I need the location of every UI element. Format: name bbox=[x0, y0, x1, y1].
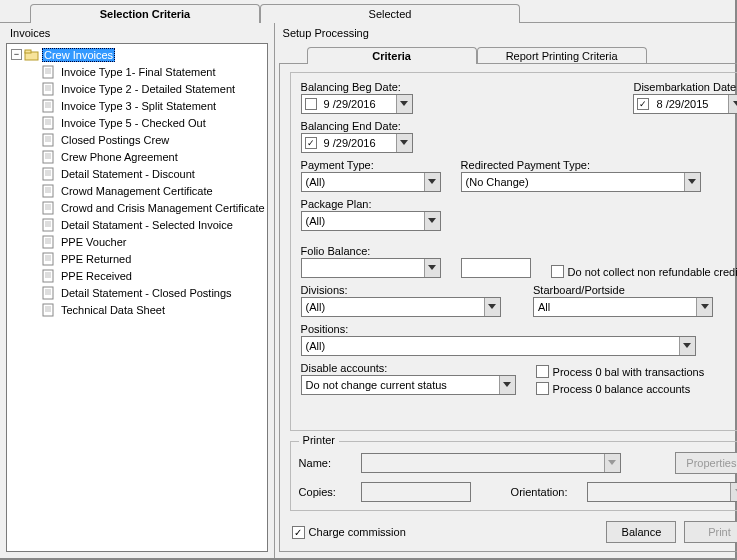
printer-name-select[interactable] bbox=[361, 453, 621, 473]
tree-node-label: Invoice Type 5 - Checked Out bbox=[59, 116, 208, 130]
tree-node[interactable]: Crew Phone Agreement bbox=[41, 148, 267, 165]
document-icon bbox=[41, 184, 57, 198]
svg-marker-63 bbox=[733, 101, 737, 106]
tab-report-printing-criteria[interactable]: Report Printing Criteria bbox=[477, 47, 647, 64]
checkbox-box: ✓ bbox=[292, 526, 305, 539]
date-checkbox[interactable] bbox=[305, 98, 317, 110]
svg-marker-69 bbox=[488, 304, 496, 309]
tree-node[interactable]: PPE Received bbox=[41, 267, 267, 284]
balancing-beg-date-picker[interactable]: 9 /29/2016 bbox=[301, 94, 413, 114]
tab-criteria[interactable]: Criteria bbox=[307, 47, 477, 64]
tree-node[interactable]: Crowd Management Certificate bbox=[41, 182, 267, 199]
chevron-down-icon[interactable] bbox=[396, 95, 412, 113]
date-value: 9 /29/2016 bbox=[320, 137, 396, 149]
svg-rect-6 bbox=[43, 83, 53, 95]
date-checkbox[interactable]: ✓ bbox=[637, 98, 649, 110]
tree-node[interactable]: Invoice Type 2 - Detailed Statement bbox=[41, 80, 267, 97]
chevron-down-icon[interactable] bbox=[728, 95, 737, 113]
process-0-bal-with-transactions-checkbox[interactable]: Process 0 bal with transactions bbox=[536, 365, 705, 378]
chevron-down-icon[interactable] bbox=[604, 454, 620, 472]
balance-button[interactable]: Balance bbox=[606, 521, 676, 543]
svg-rect-14 bbox=[43, 117, 53, 129]
svg-rect-38 bbox=[43, 219, 53, 231]
print-button[interactable]: Print bbox=[684, 521, 737, 543]
no-refundable-checkbox[interactable]: Do not collect non refundable credit bbox=[551, 265, 737, 278]
tab-selected[interactable]: Selected bbox=[260, 4, 520, 23]
document-icon bbox=[41, 116, 57, 130]
redirected-payment-type-select[interactable]: (No Change) bbox=[461, 172, 701, 192]
svg-rect-46 bbox=[43, 253, 53, 265]
positions-select[interactable]: (All) bbox=[301, 336, 696, 356]
document-icon bbox=[41, 252, 57, 266]
chevron-down-icon[interactable] bbox=[684, 173, 700, 191]
tree-node-label: Invoice Type 3 - Split Statement bbox=[59, 99, 218, 113]
disable-accounts-select[interactable]: Do not change current status bbox=[301, 375, 516, 395]
checkbox-box bbox=[536, 365, 549, 378]
chevron-down-icon[interactable] bbox=[424, 212, 440, 230]
svg-rect-34 bbox=[43, 202, 53, 214]
disable-accounts-label: Disable accounts: bbox=[301, 362, 516, 374]
tree-node-label: Detail Statement - Closed Postings bbox=[59, 286, 234, 300]
copies-input[interactable] bbox=[361, 482, 471, 502]
checkbox-label: Process 0 bal with transactions bbox=[553, 366, 705, 378]
balancing-end-date-label: Balancing End Date: bbox=[301, 120, 413, 132]
tree-node[interactable]: Invoice Type 3 - Split Statement bbox=[41, 97, 267, 114]
chevron-down-icon[interactable] bbox=[730, 483, 737, 501]
button-label: Print bbox=[708, 526, 731, 538]
chevron-down-icon[interactable] bbox=[396, 134, 412, 152]
payment-type-label: Payment Type: bbox=[301, 159, 441, 171]
tree-node-label: PPE Received bbox=[59, 269, 134, 283]
svg-rect-2 bbox=[43, 66, 53, 78]
tree-node-label: Detail Statament - Selected Invoice bbox=[59, 218, 235, 232]
divisions-label: Divisions: bbox=[301, 284, 513, 296]
svg-marker-65 bbox=[428, 179, 436, 184]
document-icon bbox=[41, 150, 57, 164]
tree-expander[interactable]: − bbox=[11, 49, 22, 60]
payment-type-select[interactable]: (All) bbox=[301, 172, 441, 192]
chevron-down-icon[interactable] bbox=[424, 259, 440, 277]
divisions-select[interactable]: (All) bbox=[301, 297, 501, 317]
chevron-down-icon[interactable] bbox=[484, 298, 500, 316]
tree-node[interactable]: Crowd and Crisis Management Certificate bbox=[41, 199, 267, 216]
starboard-portside-select[interactable]: All bbox=[533, 297, 713, 317]
tree-node-label: PPE Returned bbox=[59, 252, 133, 266]
printer-properties-button[interactable]: Properties bbox=[675, 452, 737, 474]
copies-label: Copies: bbox=[299, 486, 341, 498]
svg-rect-1 bbox=[25, 50, 31, 53]
process-0-balance-accounts-checkbox[interactable]: Process 0 balance accounts bbox=[536, 382, 705, 395]
tree-node[interactable]: Technical Data Sheet bbox=[41, 301, 267, 318]
chevron-down-icon[interactable] bbox=[424, 173, 440, 191]
tree-node[interactable]: Detail Statament - Selected Invoice bbox=[41, 216, 267, 233]
tree-node[interactable]: Detail Statement - Closed Postings bbox=[41, 284, 267, 301]
chevron-down-icon[interactable] bbox=[696, 298, 712, 316]
document-icon bbox=[41, 218, 57, 232]
balancing-end-date-picker[interactable]: ✓ 9 /29/2016 bbox=[301, 133, 413, 153]
folio-balance-value-input[interactable] bbox=[461, 258, 531, 278]
package-plan-select[interactable]: (All) bbox=[301, 211, 441, 231]
tree-node[interactable]: Invoice Type 5 - Checked Out bbox=[41, 114, 267, 131]
disembarkation-date-picker[interactable]: ✓ 8 /29/2015 bbox=[633, 94, 737, 114]
tree-node[interactable]: PPE Returned bbox=[41, 250, 267, 267]
tree-root-node[interactable]: Crew Invoices bbox=[42, 48, 115, 62]
checkbox-label: Charge commission bbox=[309, 526, 406, 538]
date-checkbox[interactable]: ✓ bbox=[305, 137, 317, 149]
button-label: Balance bbox=[622, 526, 662, 538]
folio-balance-select[interactable] bbox=[301, 258, 441, 278]
chevron-down-icon[interactable] bbox=[679, 337, 695, 355]
tree-node[interactable]: Invoice Type 1- Final Statement bbox=[41, 63, 267, 80]
charge-commission-checkbox[interactable]: ✓ Charge commission bbox=[292, 526, 406, 539]
balancing-beg-date-label: Balancing Beg Date: bbox=[301, 81, 413, 93]
document-icon bbox=[41, 269, 57, 283]
orientation-select[interactable] bbox=[587, 482, 737, 502]
combo-value: (No Change) bbox=[462, 176, 684, 188]
combo-value: (All) bbox=[302, 215, 424, 227]
tree-node[interactable]: PPE Voucher bbox=[41, 233, 267, 250]
tree-node[interactable]: Closed Postings Crew bbox=[41, 131, 267, 148]
invoice-tree[interactable]: − Crew Invoices Invoice Type 1- Final St… bbox=[6, 43, 268, 552]
tree-node-label: Crowd Management Certificate bbox=[59, 184, 215, 198]
combo-value: Do not change current status bbox=[302, 379, 499, 391]
package-plan-label: Package Plan: bbox=[301, 198, 441, 210]
tab-selection-criteria[interactable]: Selection Criteria bbox=[30, 4, 260, 23]
chevron-down-icon[interactable] bbox=[499, 376, 515, 394]
tree-node[interactable]: Detail Statement - Discount bbox=[41, 165, 267, 182]
